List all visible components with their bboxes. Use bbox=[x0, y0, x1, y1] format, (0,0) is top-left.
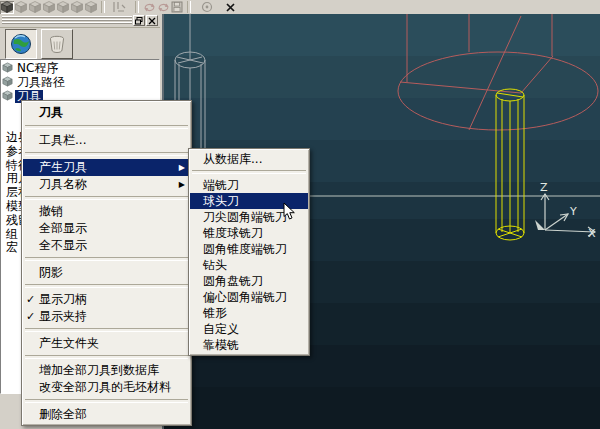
menu-item-label: 从数据库... bbox=[203, 152, 262, 166]
menu-item[interactable]: 全不显示 bbox=[23, 237, 190, 254]
menu-item-label: 偏心圆角端铣刀 bbox=[203, 290, 287, 304]
menu-item-label: 锥形 bbox=[203, 306, 227, 320]
yellow-tool-wireframe bbox=[496, 89, 524, 240]
tree-item[interactable]: NC程序 bbox=[2, 62, 60, 75]
tree-item-label: 组 bbox=[4, 228, 20, 241]
tree-node-icon bbox=[2, 62, 13, 76]
menu-separator bbox=[192, 170, 306, 174]
menu-item-label: 阴影 bbox=[39, 265, 63, 279]
axis-label-x: X bbox=[588, 227, 596, 240]
menu-item-label: 增加全部刀具到数据库 bbox=[39, 363, 159, 377]
create-tool-submenu: 从数据库...端铣刀球头刀刀尖圆角端铣刀锥度球铣刀圆角锥度端铣刀钻头圆角盘铣刀偏… bbox=[188, 148, 310, 356]
mouse-cursor bbox=[283, 202, 296, 221]
menu-separator bbox=[25, 284, 188, 288]
tree-item[interactable]: 宏 bbox=[4, 241, 20, 254]
menu-item[interactable]: 锥度球铣刀 bbox=[190, 225, 308, 241]
menu-item[interactable]: 钻头 bbox=[190, 257, 308, 273]
tree-item-label: NC程序 bbox=[15, 62, 60, 75]
float-panel-button[interactable] bbox=[133, 15, 145, 26]
swap-out-icon[interactable] bbox=[156, 1, 170, 14]
globe-icon bbox=[10, 33, 32, 55]
restore-window-icon bbox=[135, 17, 143, 25]
block-variant-icon-2[interactable] bbox=[28, 1, 42, 14]
recycle-bin-tab[interactable] bbox=[41, 29, 73, 59]
menu-item-label: 全部显示 bbox=[39, 221, 87, 235]
menu-item-label: 圆角锥度端铣刀 bbox=[203, 242, 287, 256]
block-variant-icon-4[interactable] bbox=[56, 1, 70, 14]
menu-item-label: 靠模铣 bbox=[203, 338, 239, 352]
menu-item-label: 自定义 bbox=[203, 322, 239, 336]
menu-item[interactable]: 产生文件夹 bbox=[23, 335, 190, 352]
checkmark-icon: ✓ bbox=[26, 308, 35, 325]
menu-item-label: 钻头 bbox=[203, 258, 227, 272]
tree-item-label: 宏 bbox=[4, 241, 20, 254]
target-icon[interactable] bbox=[200, 1, 214, 14]
menu-item-label: 工具栏... bbox=[39, 133, 86, 147]
menu-separator bbox=[25, 257, 188, 261]
menu-item[interactable]: 靠模铣 bbox=[190, 337, 308, 353]
menu-item-label: 端铣刀 bbox=[203, 178, 239, 192]
toolbar-separator bbox=[101, 1, 105, 13]
explorer-tab[interactable] bbox=[5, 29, 37, 59]
submenu-arrow-icon: ▶ bbox=[179, 176, 185, 193]
menu-item[interactable]: 产生刀具▶ bbox=[23, 159, 190, 176]
block-variant-icon-3[interactable] bbox=[42, 1, 56, 14]
close-panel-button[interactable] bbox=[146, 15, 158, 26]
menu-item[interactable]: ✓显示刀柄 bbox=[23, 291, 190, 308]
block-variant-icon-1[interactable] bbox=[14, 1, 28, 14]
menu-item[interactable]: 圆角锥度端铣刀 bbox=[190, 241, 308, 257]
save-icon[interactable] bbox=[170, 1, 184, 14]
block-variant-icon-5[interactable] bbox=[70, 1, 84, 14]
menu-item[interactable]: 改变全部刀具的毛坯材料 bbox=[23, 379, 190, 396]
tree-item-label: 刀具路径 bbox=[15, 76, 67, 89]
toolbar-separator bbox=[187, 1, 191, 13]
menu-item-label: 产生文件夹 bbox=[39, 336, 99, 350]
menu-separator bbox=[25, 196, 188, 200]
checkmark-icon: ✓ bbox=[26, 291, 35, 308]
close-toolbar-icon[interactable] bbox=[223, 1, 237, 14]
menu-separator bbox=[25, 399, 188, 403]
swap-in-icon[interactable] bbox=[142, 1, 156, 14]
tree-item[interactable]: 刀具路径 bbox=[2, 76, 67, 89]
menu-item-label: 全不显示 bbox=[39, 238, 87, 252]
menu-item-label: 刀具名称 bbox=[39, 177, 87, 191]
panel-grip[interactable] bbox=[0, 14, 160, 28]
tree-node-icon bbox=[2, 76, 13, 90]
red-stock-wireframe bbox=[398, 14, 598, 130]
menu-item[interactable]: 端铣刀 bbox=[190, 177, 308, 193]
menu-item[interactable]: 全部显示 bbox=[23, 220, 190, 237]
menu-item[interactable]: 阴影 bbox=[23, 264, 190, 281]
menu-item[interactable]: 刀具名称▶ bbox=[23, 176, 190, 193]
panel-tabs bbox=[5, 29, 73, 60]
menu-item[interactable]: 删除全部 bbox=[23, 406, 190, 423]
menu-item[interactable]: ✓显示夹持 bbox=[23, 308, 190, 325]
menu-item[interactable]: 撤销 bbox=[23, 203, 190, 220]
menu-item-label: 锥度球铣刀 bbox=[203, 226, 263, 240]
menu-item-label: 刀尖圆角端铣刀 bbox=[203, 210, 287, 224]
block-variant-icon-6[interactable] bbox=[84, 1, 98, 14]
toolbar-separator bbox=[135, 1, 139, 13]
menu-separator bbox=[25, 152, 188, 156]
menu-item[interactable]: 偏心圆角端铣刀 bbox=[190, 289, 308, 305]
menu-item[interactable]: 自定义 bbox=[190, 321, 308, 337]
block-tool-icon[interactable] bbox=[0, 1, 14, 14]
menu-item[interactable]: 圆角盘铣刀 bbox=[190, 273, 308, 289]
main-toolbar bbox=[0, 0, 600, 14]
levels-icon[interactable] bbox=[108, 1, 132, 14]
menu-item-label: 球头刀 bbox=[203, 194, 239, 208]
axis-triad-icon bbox=[535, 194, 595, 236]
menu-item-label: 显示夹持 bbox=[39, 309, 87, 323]
menu-title: 刀具 bbox=[23, 103, 190, 122]
submenu-arrow-icon: ▶ bbox=[179, 159, 185, 176]
menu-item[interactable]: 从数据库... bbox=[190, 151, 308, 167]
axis-label-z: Z bbox=[540, 181, 548, 194]
tree-item[interactable]: 组 bbox=[4, 228, 20, 241]
axis-label-y: Y bbox=[569, 205, 577, 218]
menu-separator bbox=[25, 125, 188, 129]
menu-separator bbox=[25, 355, 188, 359]
tree-node-icon bbox=[2, 90, 13, 104]
menu-item[interactable]: 工具栏... bbox=[23, 132, 190, 149]
menu-item[interactable]: 增加全部刀具到数据库 bbox=[23, 362, 190, 379]
menu-item-label: 改变全部刀具的毛坯材料 bbox=[39, 380, 171, 394]
menu-item[interactable]: 锥形 bbox=[190, 305, 308, 321]
